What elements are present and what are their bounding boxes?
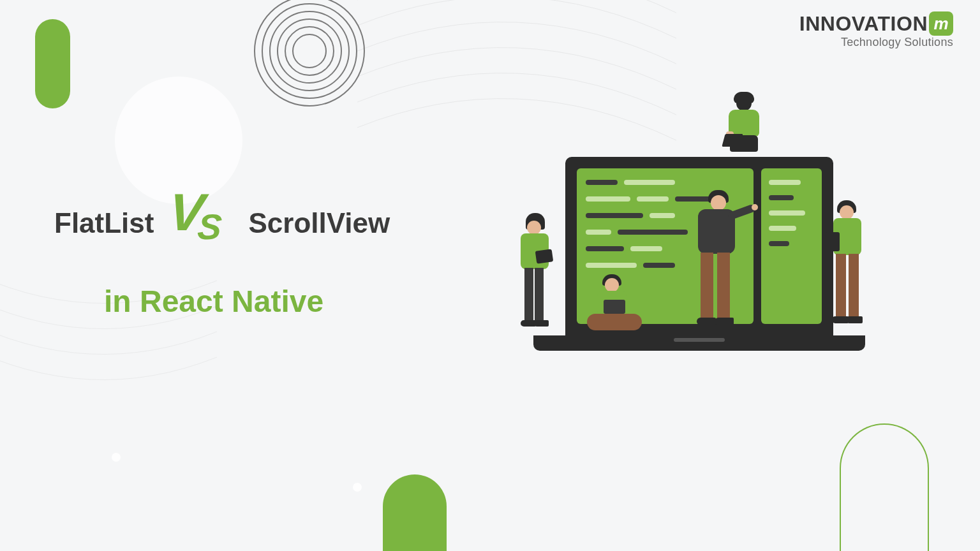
brand-tagline: Technology Solutions xyxy=(841,36,953,49)
title-subtitle: in React Native xyxy=(104,284,390,319)
title-block: FlatList V S ScrollView in React Native xyxy=(54,198,390,319)
dot-icon xyxy=(353,483,362,492)
decor-pill-bottom xyxy=(383,474,447,551)
decor-pill-top xyxy=(35,19,70,108)
person-sitting-top-icon xyxy=(718,102,769,172)
brand-logo: INNOVATION m Technology Solutions xyxy=(799,11,953,49)
dot-icon xyxy=(112,453,121,462)
svg-point-3 xyxy=(278,19,341,83)
concentric-rings-icon xyxy=(252,0,367,108)
svg-point-5 xyxy=(293,34,326,68)
person-pointing-icon xyxy=(680,198,750,338)
title-scrollview: ScrollView xyxy=(248,207,390,239)
decor-arch xyxy=(840,423,929,551)
title-flatlist: FlatList xyxy=(54,207,154,239)
person-standing-left-icon xyxy=(514,217,559,338)
brand-name: INNOVATION xyxy=(799,12,928,36)
svg-point-2 xyxy=(270,11,349,91)
code-panel-right xyxy=(761,168,822,324)
illustration xyxy=(521,121,878,364)
vs-icon: V S xyxy=(169,198,233,249)
person-clipboard-icon xyxy=(827,204,872,338)
svg-point-1 xyxy=(262,4,357,98)
person-sitting-floor-icon xyxy=(584,281,648,344)
brand-badge-icon: m xyxy=(929,11,953,36)
